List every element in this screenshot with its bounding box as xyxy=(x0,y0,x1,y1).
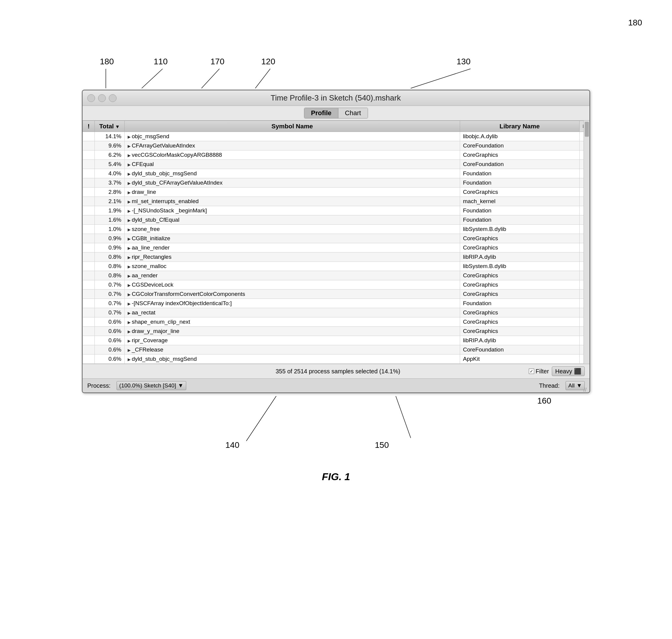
row-excl xyxy=(83,290,95,299)
table-row[interactable]: 2.1%▶ ml_set_interrupts_enabledmach_kern… xyxy=(83,197,590,206)
svg-line-5 xyxy=(246,396,276,441)
row-library: libRIP.A.dylib xyxy=(460,252,579,262)
row-symbol: ▶ ripr_Rectangles xyxy=(125,252,460,262)
thread-arrow: ▼ xyxy=(576,382,582,389)
zoom-button[interactable] xyxy=(109,94,116,102)
tab-chart[interactable]: Chart xyxy=(338,108,368,118)
scroll-thumb[interactable] xyxy=(585,122,589,137)
row-pct: 5.4% xyxy=(95,160,125,169)
table-row[interactable]: 0.8%▶ ripr_RectangleslibRIP.A.dylib xyxy=(83,252,590,262)
row-excl xyxy=(83,345,95,355)
row-library: CoreGraphics xyxy=(460,308,579,317)
row-excl xyxy=(83,206,95,215)
filter-checkbox-label[interactable]: ✓ Filter xyxy=(529,368,549,375)
row-symbol: ▶ -[NSCFArray indexOfObjectIdenticalTo:] xyxy=(125,299,460,308)
row-pct: 0.8% xyxy=(95,262,125,271)
col-excl[interactable]: ! xyxy=(83,121,95,132)
row-symbol: ▶ dyld_stub_objc_msgSend xyxy=(125,355,460,364)
row-pct: 2.8% xyxy=(95,188,125,197)
table-row[interactable]: 0.6%▶ ripr_CoveragelibRIP.A.dylib xyxy=(83,336,590,345)
close-button[interactable] xyxy=(87,94,95,102)
row-pct: 1.6% xyxy=(95,215,125,225)
row-pct: 0.8% xyxy=(95,252,125,262)
row-symbol: ▶ CGBlt_initialize xyxy=(125,234,460,243)
row-pct: 0.6% xyxy=(95,355,125,364)
tab-bar: Profile Chart xyxy=(82,106,590,121)
row-symbol: ▶ objc_msgSend xyxy=(125,132,460,141)
row-pct: 1.9% xyxy=(95,206,125,215)
row-library: AppKit xyxy=(460,355,579,364)
row-pct: 3.7% xyxy=(95,178,125,188)
process-arrow: ▼ xyxy=(178,382,183,389)
minimize-button[interactable] xyxy=(98,94,106,102)
row-symbol: ▶ _CFRelease xyxy=(125,345,460,355)
row-library: Foundation xyxy=(460,178,579,188)
row-pct: 1.0% xyxy=(95,225,125,234)
status-text: 355 of 2514 process samples selected (14… xyxy=(147,368,529,375)
tab-group: Profile Chart xyxy=(304,108,368,119)
status-bar: 355 of 2514 process samples selected (14… xyxy=(82,364,590,378)
thread-dropdown[interactable]: All ▼ xyxy=(565,381,585,390)
ref-100: 180 xyxy=(628,18,642,28)
table-row[interactable]: 0.7%▶ CGColorTransformConvertColorCompon… xyxy=(83,290,590,299)
table-row[interactable]: 1.6%▶ dyld_stub_CfEqualFoundation xyxy=(83,215,590,225)
row-library: Foundation xyxy=(460,169,579,178)
row-symbol: ▶ shape_enum_clip_next xyxy=(125,317,460,327)
row-excl xyxy=(83,151,95,160)
table-row[interactable]: 3.7%▶ dyld_stub_CFArrayGetValueAtIndexFo… xyxy=(83,178,590,188)
resize-handle[interactable]: // xyxy=(583,387,588,392)
table-header-row: ! Total Symbol Name Library Name ≡ xyxy=(83,121,590,132)
row-library: Foundation xyxy=(460,215,579,225)
row-excl xyxy=(83,271,95,280)
table-row[interactable]: 0.6%▶ _CFReleaseCoreFoundation xyxy=(83,345,590,355)
row-pct: 0.9% xyxy=(95,234,125,243)
table-row[interactable]: 14.1%▶ objc_msgSendlibobjc.A.dylib xyxy=(83,132,590,141)
table-row[interactable]: 2.8%▶ draw_lineCoreGraphics xyxy=(83,188,590,197)
row-symbol: ▶ dyld_stub_CFArrayGetValueAtIndex xyxy=(125,178,460,188)
table-row[interactable]: 0.9%▶ aa_line_renderCoreGraphics xyxy=(83,243,590,252)
row-library: CoreGraphics xyxy=(460,151,579,160)
table-row[interactable]: 0.7%▶ CGSDeviceLockCoreGraphics xyxy=(83,280,590,290)
table-row[interactable]: 0.6%▶ dyld_stub_objc_msgSendAppKit xyxy=(83,355,590,364)
process-value: (100.0%) Sketch [S40] xyxy=(119,382,176,389)
table-row[interactable]: 6.2%▶ vecCGSColorMaskCopyARGB8888CoreGra… xyxy=(83,151,590,160)
row-excl xyxy=(83,225,95,234)
row-excl xyxy=(83,160,95,169)
row-library: Foundation xyxy=(460,206,579,215)
row-pct: 0.6% xyxy=(95,327,125,336)
process-dropdown[interactable]: (100.0%) Sketch [S40] ▼ xyxy=(116,381,186,390)
data-table: ! Total Symbol Name Library Name ≡ 14.1%… xyxy=(82,121,590,364)
process-label: Process: xyxy=(87,382,111,389)
figure-caption: FIG. 1 xyxy=(18,471,654,483)
heavy-dropdown[interactable]: Heavy ⬛ xyxy=(552,367,585,376)
row-symbol: ▶ CGColorTransformConvertColorComponents xyxy=(125,290,460,299)
row-library: libSystem.B.dylib xyxy=(460,262,579,271)
table-row[interactable]: 9.6%▶ CFArrayGetValueAtIndexCoreFoundati… xyxy=(83,141,590,151)
row-excl xyxy=(83,355,95,364)
table-row[interactable]: 1.9%▶ -[_NSUndoStack _beginMark]Foundati… xyxy=(83,206,590,215)
col-total[interactable]: Total xyxy=(95,121,125,132)
tab-profile[interactable]: Profile xyxy=(304,108,338,118)
table-row[interactable]: 4.0%▶ dyld_stub_objc_msgSendFoundation xyxy=(83,169,590,178)
table-row[interactable]: 0.8%▶ aa_renderCoreGraphics xyxy=(83,271,590,280)
row-symbol: ▶ CFArrayGetValueAtIndex xyxy=(125,141,460,151)
table-row[interactable]: 0.6%▶ shape_enum_clip_nextCoreGraphics xyxy=(83,317,590,327)
table-row[interactable]: 0.9%▶ CGBlt_initializeCoreGraphics xyxy=(83,234,590,243)
scrollbar[interactable] xyxy=(583,121,590,364)
row-pct: 0.7% xyxy=(95,290,125,299)
table-row[interactable]: 1.0%▶ szone_freelibSystem.B.dylib xyxy=(83,225,590,234)
row-excl xyxy=(83,188,95,197)
row-excl xyxy=(83,132,95,141)
table-row[interactable]: 5.4%▶ CFEqualCoreFoundation xyxy=(83,160,590,169)
row-library: CoreFoundation xyxy=(460,160,579,169)
table-row[interactable]: 0.7%▶ aa_rectatCoreGraphics xyxy=(83,308,590,317)
row-library: CoreGraphics xyxy=(460,271,579,280)
table-row[interactable]: 0.7%▶ -[NSCFArray indexOfObjectIdentical… xyxy=(83,299,590,308)
row-library: libobjc.A.dylib xyxy=(460,132,579,141)
row-excl xyxy=(83,299,95,308)
row-library: mach_kernel xyxy=(460,197,579,206)
row-symbol: ▶ CFEqual xyxy=(125,160,460,169)
table-row[interactable]: 0.6%▶ draw_y_major_lineCoreGraphics xyxy=(83,327,590,336)
filter-checkbox[interactable]: ✓ xyxy=(529,369,534,374)
table-row[interactable]: 0.8%▶ szone_malloclibSystem.B.dylib xyxy=(83,262,590,271)
